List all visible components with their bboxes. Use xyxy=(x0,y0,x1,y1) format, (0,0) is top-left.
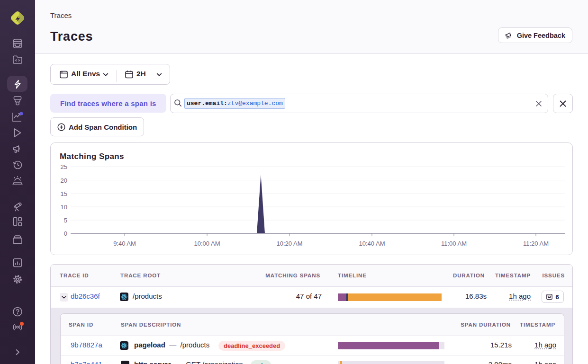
svg-text:10: 10 xyxy=(61,204,67,211)
svg-text:10:00 AM: 10:00 AM xyxy=(194,240,220,247)
svg-text:25: 25 xyxy=(61,163,67,170)
svg-text:5: 5 xyxy=(64,217,67,224)
svg-text:0: 0 xyxy=(64,230,67,237)
svg-text:9:40 AM: 9:40 AM xyxy=(113,240,136,247)
svg-text:15: 15 xyxy=(61,190,67,197)
svg-text:11:00 AM: 11:00 AM xyxy=(441,240,467,247)
svg-text:11:20 AM: 11:20 AM xyxy=(523,240,549,247)
svg-text:10:20 AM: 10:20 AM xyxy=(277,240,303,247)
svg-text:10:40 AM: 10:40 AM xyxy=(359,240,385,247)
svg-text:20: 20 xyxy=(61,177,67,184)
